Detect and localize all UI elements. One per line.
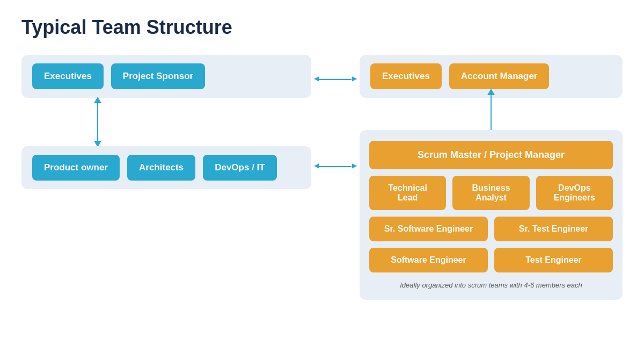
product-owner-btn[interactable]: Product owner xyxy=(32,155,120,181)
scrum-note: Ideally organized into scrum teams with … xyxy=(369,281,613,289)
sr-software-engineer-btn[interactable]: Sr. Software Engineer xyxy=(369,217,488,241)
right-main-panel: Scrum Master / Project Manager Technical… xyxy=(360,130,623,300)
right-row1: TechnicalLead BusinessAnalyst DevOpsEngi… xyxy=(369,176,613,210)
software-engineer-btn[interactable]: Software Engineer xyxy=(369,248,488,272)
right-executives-btn[interactable]: Executives xyxy=(370,63,442,89)
right-row3: Software Engineer Test Engineer xyxy=(369,248,613,272)
technical-lead-btn[interactable]: TechnicalLead xyxy=(369,176,446,210)
right-section: Executives Account Manager Scrum Master … xyxy=(360,55,623,300)
test-engineer-btn[interactable]: Test Engineer xyxy=(494,248,613,272)
right-v-arrow-up xyxy=(487,89,495,95)
left-executives-btn[interactable]: Executives xyxy=(32,63,104,89)
architects-btn[interactable]: Architects xyxy=(127,155,195,181)
account-manager-btn[interactable]: Account Manager xyxy=(449,63,550,89)
top-h-arrow xyxy=(319,79,352,80)
diagram: Executives Project Sponsor Product owner… xyxy=(21,55,623,300)
left-vertical-connector xyxy=(21,98,311,146)
v-arrow-line xyxy=(97,103,98,141)
spacer1 xyxy=(311,99,360,147)
right-row2: Sr. Software Engineer Sr. Test Engineer xyxy=(369,217,613,241)
bottom-h-connector xyxy=(311,147,360,186)
bottom-h-arrow xyxy=(319,166,352,167)
devops-engineers-btn[interactable]: DevOpsEngineers xyxy=(536,176,613,210)
project-sponsor-btn[interactable]: Project Sponsor xyxy=(111,63,205,89)
v-arrow-up xyxy=(94,97,101,103)
page-title: Typical Team Structure xyxy=(21,16,623,39)
left-bottom-panel: Product owner Architects DevOps / IT xyxy=(21,146,311,189)
scrum-master-btn[interactable]: Scrum Master / Project Manager xyxy=(369,141,613,169)
right-v-connector xyxy=(360,98,623,130)
devops-it-btn[interactable]: DevOps / IT xyxy=(203,155,277,181)
right-v-arrow-line xyxy=(491,95,492,133)
top-h-connector xyxy=(311,60,360,99)
connectors-column xyxy=(311,55,360,186)
left-v-arrow xyxy=(94,97,101,147)
business-analyst-btn[interactable]: BusinessAnalyst xyxy=(452,176,529,210)
sr-test-engineer-btn[interactable]: Sr. Test Engineer xyxy=(494,217,613,241)
left-top-panel: Executives Project Sponsor xyxy=(21,55,311,98)
left-section: Executives Project Sponsor Product owner… xyxy=(21,55,311,189)
